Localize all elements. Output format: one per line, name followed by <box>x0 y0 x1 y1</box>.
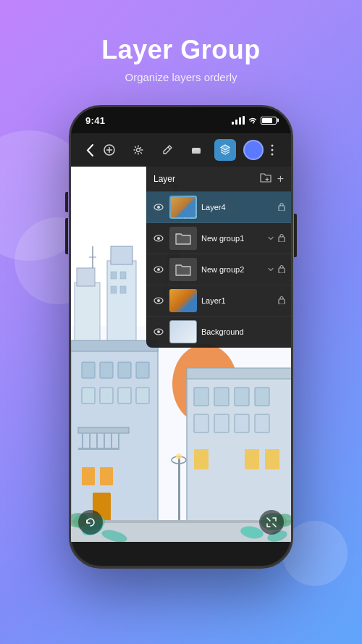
svg-rect-50 <box>194 388 209 406</box>
svg-point-81 <box>157 268 160 271</box>
layer-name: Background <box>201 327 285 336</box>
pencil-tool-button[interactable] <box>156 139 178 161</box>
svg-rect-60 <box>194 449 209 469</box>
svg-point-84 <box>157 299 160 302</box>
svg-point-4 <box>272 145 274 147</box>
layer-row[interactable]: New group2 <box>146 254 291 285</box>
layer-name: New group1 <box>201 234 264 243</box>
lock-icon[interactable] <box>278 296 285 306</box>
svg-point-6 <box>272 154 274 156</box>
svg-rect-30 <box>82 433 83 448</box>
expand-icon[interactable] <box>268 234 274 243</box>
svg-rect-16 <box>120 272 126 279</box>
svg-rect-3 <box>192 151 201 154</box>
svg-rect-45 <box>136 388 149 403</box>
svg-rect-41 <box>136 362 149 378</box>
app-toolbar[interactable] <box>71 133 291 167</box>
svg-rect-56 <box>235 414 249 432</box>
settings-tool-button[interactable] <box>127 139 149 161</box>
svg-rect-43 <box>100 388 113 403</box>
svg-rect-52 <box>235 388 249 406</box>
svg-rect-15 <box>111 272 117 279</box>
svg-point-63 <box>176 453 182 459</box>
svg-rect-28 <box>71 340 158 351</box>
svg-rect-14 <box>111 246 132 264</box>
header: Layer Group Organize layers orderly <box>87 0 275 98</box>
svg-rect-47 <box>100 467 113 485</box>
status-bar: 9:41 <box>71 107 291 133</box>
layer-row[interactable]: Background <box>146 317 291 348</box>
clock: 9:41 <box>85 115 105 126</box>
phone-mockup: 9:41 <box>69 105 293 569</box>
phone-right-buttons <box>294 214 297 257</box>
svg-point-87 <box>157 330 160 333</box>
add-layer-button[interactable]: + <box>277 172 284 185</box>
layer-thumbnail <box>169 289 197 312</box>
svg-rect-53 <box>255 388 269 406</box>
back-button[interactable] <box>81 140 98 160</box>
layer-thumbnail <box>169 258 197 281</box>
svg-rect-18 <box>120 286 126 293</box>
layer-name: Layer4 <box>201 203 274 212</box>
layer-row[interactable]: Layer1 <box>146 285 291 317</box>
layer-thumbnail <box>169 227 197 250</box>
power-button <box>294 214 297 257</box>
layer-row[interactable]: Layer4 <box>146 192 291 223</box>
svg-rect-17 <box>111 286 117 293</box>
svg-rect-10 <box>77 268 95 286</box>
visibility-toggle[interactable] <box>152 264 165 275</box>
wifi-icon <box>248 116 258 125</box>
svg-rect-32 <box>96 433 98 448</box>
phone-left-buttons <box>65 192 68 254</box>
lock-icon[interactable] <box>278 264 285 275</box>
layer-name: Layer1 <box>201 296 274 305</box>
lock-icon[interactable] <box>278 202 285 212</box>
svg-rect-42 <box>82 388 95 403</box>
layer-panel-actions: + <box>260 172 284 185</box>
more-options-button[interactable] <box>264 140 281 160</box>
svg-rect-59 <box>265 449 279 469</box>
signal-icon <box>232 116 245 125</box>
svg-point-5 <box>272 149 274 151</box>
svg-rect-51 <box>214 388 229 406</box>
visibility-toggle[interactable] <box>152 296 165 306</box>
layer-thumbnail <box>169 320 197 343</box>
svg-rect-76 <box>279 206 285 211</box>
svg-rect-31 <box>89 433 90 448</box>
layer-panel: Layer + <box>146 167 291 348</box>
add-tool-button[interactable] <box>98 139 120 161</box>
add-folder-button[interactable] <box>260 172 272 185</box>
svg-rect-44 <box>118 388 131 403</box>
svg-rect-58 <box>245 449 259 469</box>
layer-panel-header: Layer + <box>146 167 291 192</box>
bottom-action-buttons <box>78 510 284 535</box>
svg-point-78 <box>157 237 160 240</box>
layer-row[interactable]: New group1 <box>146 223 291 254</box>
svg-rect-35 <box>118 433 119 448</box>
layers-tool-button[interactable] <box>214 139 236 161</box>
svg-rect-29 <box>78 427 129 433</box>
visibility-toggle[interactable] <box>152 202 165 213</box>
svg-rect-79 <box>279 237 285 242</box>
volume-down-button <box>65 218 68 254</box>
svg-rect-39 <box>100 362 113 378</box>
svg-rect-54 <box>194 414 209 432</box>
svg-rect-36 <box>78 448 119 450</box>
canvas-area[interactable]: Layer + <box>71 167 291 542</box>
svg-rect-57 <box>255 414 269 432</box>
page-subtitle: Organize layers orderly <box>101 71 261 83</box>
layer-name: New group2 <box>201 265 264 274</box>
eraser-tool-button[interactable] <box>185 139 207 161</box>
visibility-toggle[interactable] <box>152 327 165 338</box>
svg-rect-38 <box>82 362 95 378</box>
lock-icon[interactable] <box>278 233 285 243</box>
brush-color-button[interactable] <box>243 140 264 160</box>
fullscreen-button[interactable] <box>259 510 284 535</box>
undo-button[interactable] <box>78 510 103 535</box>
visibility-toggle[interactable] <box>152 233 165 244</box>
svg-rect-40 <box>118 362 131 378</box>
volume-up-button <box>65 192 68 212</box>
phone-frame: 9:41 <box>69 105 293 569</box>
expand-icon[interactable] <box>268 265 274 274</box>
layer-thumbnail <box>169 196 197 219</box>
